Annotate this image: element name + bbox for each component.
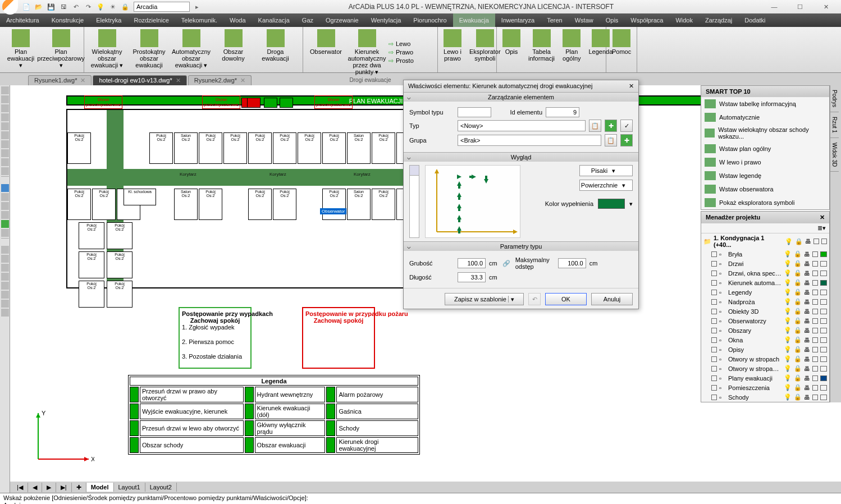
open-icon[interactable]: 📂 (34, 2, 44, 12)
checkbox[interactable] (711, 299, 717, 305)
tree-item[interactable]: ▫Opisy💡🔒🖶 (701, 345, 829, 354)
ribbon-item[interactable]: Plan ewakuacji ▾ (2, 28, 39, 70)
tree-item[interactable]: ▫Drzwi💡🔒🖶 (701, 259, 829, 268)
tool-icon[interactable] (1, 229, 9, 237)
ribbon-item[interactable]: Kierunek automatyczny przez dwa punkty ▾ (346, 28, 387, 77)
checkbox[interactable] (711, 280, 717, 286)
undo-icon[interactable]: ↶ (71, 2, 81, 12)
sun-icon[interactable]: ☀ (108, 2, 118, 12)
menu-item[interactable]: Ogrzewanie (319, 13, 365, 27)
ribbon-item[interactable]: Pomoc (609, 28, 634, 56)
checkbox[interactable] (711, 366, 717, 372)
checkbox[interactable] (812, 366, 818, 372)
tool-icon[interactable] (1, 149, 9, 157)
lock-icon[interactable]: 🔒 (794, 336, 802, 343)
fill-color-swatch[interactable] (598, 199, 625, 209)
checkbox[interactable] (812, 299, 818, 305)
tree-item[interactable]: ▫Pomieszczenia💡🔒🖶 (701, 383, 829, 392)
ribbon-side-item[interactable]: ⇨Prawo (388, 49, 414, 56)
file-tab[interactable]: Rysunek1.dwg*✕ (28, 75, 92, 85)
ribbon-side-item[interactable]: ⇨Lewo (388, 40, 414, 48)
bulb-icon[interactable]: 💡 (784, 308, 792, 315)
nav-prev-icon[interactable]: ◀ (28, 483, 42, 492)
id-input[interactable] (546, 107, 579, 117)
lock-icon[interactable]: 🔒 (794, 393, 802, 401)
layout-tab[interactable]: Layout2 (145, 483, 177, 492)
menu-item[interactable]: Współpraca (624, 13, 669, 27)
menu-item[interactable]: Rozdzielnice (127, 13, 175, 27)
lock-icon[interactable]: 🔒 (794, 288, 802, 296)
bulb-icon[interactable]: 💡 (784, 250, 792, 258)
ribbon-item[interactable]: Tabela informacji (525, 28, 558, 63)
add-icon[interactable]: ✚ (620, 134, 633, 146)
tree-item[interactable]: ▫Schody💡🔒🖶 (701, 392, 829, 402)
checkbox[interactable] (812, 261, 818, 267)
menu-item[interactable]: Konstrukcje (45, 13, 90, 27)
tool-icon[interactable] (1, 300, 9, 308)
tree-item[interactable]: ▫Legendy💡🔒🖶 (701, 287, 829, 297)
length-input[interactable] (458, 272, 486, 282)
lock-icon[interactable]: 🔒 (120, 2, 130, 12)
thickness-input[interactable] (458, 258, 486, 268)
color-swatch[interactable] (820, 356, 827, 362)
nav-next-icon[interactable]: ▶ (42, 483, 56, 492)
cancel-button[interactable]: Anuluj (591, 293, 633, 305)
file-tab[interactable]: hotel-drogi ew10-v13.dwg*✕ (93, 75, 186, 85)
smart-item[interactable]: W lewo i prawo (701, 155, 829, 169)
view-icon[interactable] (410, 166, 419, 176)
add-icon[interactable]: ✚ (605, 120, 617, 132)
add-layout-icon[interactable]: ✚ (72, 483, 86, 492)
tree-item[interactable]: ▫Obserwatorzy💡🔒🖶 (701, 316, 829, 326)
print-icon[interactable]: 🖶 (804, 356, 810, 363)
checkbox[interactable] (821, 239, 827, 244)
new-icon[interactable]: 📄 (21, 2, 31, 12)
color-swatch[interactable] (820, 261, 827, 267)
lock-icon[interactable]: 🔒 (794, 374, 802, 382)
bulb-icon[interactable]: 💡 (784, 327, 792, 334)
print-icon[interactable]: 🖶 (804, 299, 810, 305)
menu-item[interactable]: Wentylacja (365, 13, 408, 27)
print-icon[interactable]: 🖶 (804, 384, 810, 391)
lock-icon[interactable]: 🔒 (794, 279, 802, 286)
print-icon[interactable]: 🖶 (804, 251, 810, 258)
tool-icon[interactable] (1, 282, 9, 290)
print-icon[interactable]: 🖶 (804, 270, 810, 277)
checkbox[interactable] (812, 385, 818, 391)
layout-tab[interactable]: Layout1 (114, 483, 145, 492)
ribbon-item[interactable]: Automatyczny obszar ewakuacji ▾ (171, 28, 212, 70)
print-icon[interactable]: 🖶 (804, 337, 810, 343)
color-swatch[interactable] (820, 375, 827, 381)
close-icon[interactable]: ✕ (820, 214, 825, 221)
side-tab[interactable]: Widok 3D (830, 138, 839, 172)
file-tab[interactable]: Rysunek2.dwg*✕ (188, 75, 252, 85)
library-icon[interactable]: 📋 (589, 120, 601, 132)
tool-icon[interactable] (1, 113, 9, 121)
smart-item[interactable]: Wstaw legendę (701, 169, 829, 182)
smart-item[interactable]: Wstaw plan ogólny (701, 142, 829, 155)
menu-item[interactable]: Gaz (296, 13, 319, 27)
tool-icon[interactable] (1, 131, 9, 139)
tool-icon[interactable] (1, 86, 9, 94)
menu-item[interactable]: Dodatki (738, 13, 771, 27)
color-swatch[interactable] (820, 347, 827, 352)
tool-icon[interactable] (1, 104, 9, 112)
menu-item[interactable]: Elektryka (90, 13, 127, 27)
checkbox[interactable] (711, 251, 717, 257)
color-swatch[interactable] (820, 366, 827, 372)
bulb-icon[interactable]: 💡 (784, 317, 792, 324)
checkbox[interactable] (711, 290, 717, 295)
print-icon[interactable]: 🖶 (804, 327, 810, 334)
checkbox[interactable] (812, 318, 818, 324)
close-icon[interactable]: ✕ (240, 77, 245, 84)
saveas-icon[interactable]: 🖫 (58, 2, 68, 12)
tree-item[interactable]: ▫Obiekty 3D💡🔒🖶 (701, 306, 829, 316)
bulb-icon[interactable]: 💡 (785, 238, 793, 245)
tree-item[interactable]: ▫Otwory w stropach💡🔒🖶 (701, 354, 829, 364)
menu-item[interactable]: Opis (600, 13, 625, 27)
bulb-icon[interactable]: 💡 (784, 298, 792, 305)
lock-icon[interactable]: 🔒 (794, 260, 802, 267)
color-swatch[interactable] (820, 251, 827, 257)
checkbox[interactable] (711, 375, 717, 381)
lock-icon[interactable]: 🔒 (794, 384, 802, 391)
checkbox[interactable] (813, 239, 819, 244)
